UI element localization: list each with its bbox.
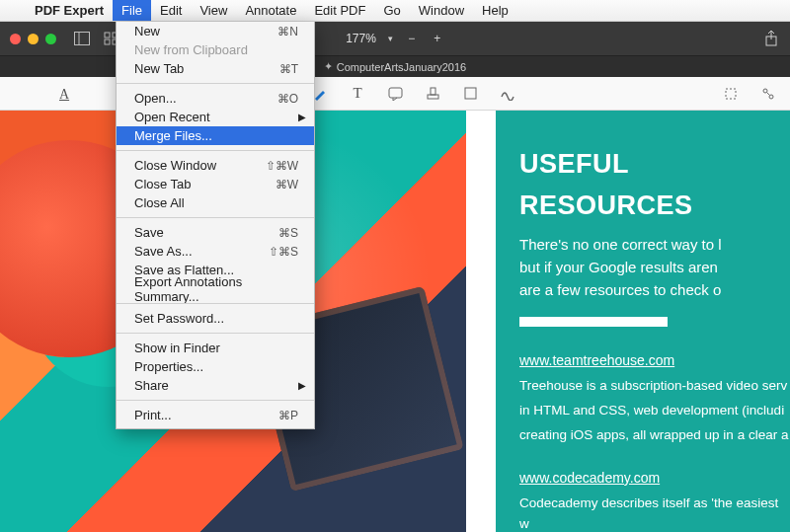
menu-item-close-window[interactable]: Close Window⇧⌘W bbox=[117, 156, 314, 175]
menu-item-shortcut: ⌘T bbox=[279, 62, 298, 76]
svg-rect-11 bbox=[428, 95, 438, 99]
doc-para-2a: Codecademy describes itself as 'the easi… bbox=[519, 494, 790, 532]
menu-item-open[interactable]: Open...⌘O bbox=[117, 89, 314, 108]
menu-help[interactable]: Help bbox=[473, 0, 517, 21]
menu-item-label: Open... bbox=[134, 91, 177, 106]
minimize-window-button[interactable] bbox=[28, 34, 39, 44]
menu-item-label: Save bbox=[134, 225, 164, 240]
menu-item-properties[interactable]: Properties... bbox=[117, 357, 314, 376]
menu-item-shortcut: ⌘W bbox=[276, 178, 298, 191]
menu-window[interactable]: Window bbox=[410, 0, 473, 21]
share-icon[interactable] bbox=[764, 31, 778, 46]
menu-item-label: Export Annotations Summary... bbox=[134, 274, 298, 304]
doc-para-1c: creating iOS apps, all wrapped up in a c… bbox=[519, 425, 790, 446]
svg-text:A: A bbox=[59, 87, 70, 101]
menu-item-new[interactable]: New⌘N bbox=[117, 22, 314, 40]
menu-item-label: Merge Files... bbox=[134, 128, 212, 143]
doc-link-2: www.codecademy.com bbox=[519, 468, 790, 490]
menu-item-save-as[interactable]: Save As...⇧⌘S bbox=[117, 242, 314, 261]
menu-edit[interactable]: Edit bbox=[151, 0, 191, 21]
svg-point-15 bbox=[763, 89, 767, 93]
menu-item-set-password[interactable]: Set Password... bbox=[117, 309, 314, 328]
svg-point-16 bbox=[769, 95, 773, 99]
menu-item-shortcut: ⇧⌘W bbox=[266, 159, 298, 173]
menu-item-label: New Tab bbox=[134, 61, 184, 76]
menu-item-label: Save As... bbox=[134, 244, 193, 259]
menu-item-shortcut: ⌘P bbox=[278, 409, 298, 422]
menu-file[interactable]: File bbox=[113, 0, 151, 21]
menu-item-label: Show in Finder bbox=[134, 341, 220, 355]
zoom-dropdown-icon[interactable]: ▾ bbox=[388, 34, 393, 43]
menu-item-share[interactable]: Share▶ bbox=[117, 376, 314, 395]
svg-rect-2 bbox=[105, 33, 110, 38]
menu-item-save[interactable]: Save⌘S bbox=[117, 223, 314, 242]
svg-rect-4 bbox=[105, 39, 110, 44]
menu-item-shortcut: ⌘N bbox=[277, 25, 298, 38]
menu-item-label: Close All bbox=[134, 195, 185, 210]
menu-item-label: Print... bbox=[134, 408, 172, 422]
signature-icon[interactable] bbox=[500, 86, 515, 102]
menu-view[interactable]: View bbox=[191, 0, 236, 21]
menu-item-label: Close Window bbox=[134, 158, 216, 173]
menu-item-label: Close Tab bbox=[134, 177, 192, 191]
favorite-icon[interactable]: ✦ bbox=[324, 60, 333, 73]
zoom-level[interactable]: 177% bbox=[346, 32, 376, 45]
menu-item-shortcut: ⌘O bbox=[277, 92, 298, 106]
menu-edit-pdf[interactable]: Edit PDF bbox=[305, 0, 374, 21]
page-right: USEFUL RESOURCES There's no one correct … bbox=[496, 111, 790, 532]
menu-item-merge-files[interactable]: Merge Files... bbox=[117, 126, 314, 145]
menu-separator bbox=[117, 333, 314, 334]
window-controls bbox=[0, 34, 56, 44]
zoom-in-button[interactable]: + bbox=[431, 32, 444, 45]
doc-lead-1: There's no one correct way to l bbox=[519, 233, 790, 256]
svg-rect-13 bbox=[465, 88, 476, 99]
svg-rect-12 bbox=[431, 88, 435, 95]
tab-title[interactable]: ComputerArtsJanuary2016 bbox=[337, 61, 466, 73]
menu-separator bbox=[117, 217, 314, 218]
app-menu[interactable]: PDF Expert bbox=[26, 0, 113, 21]
doc-lead-2: but if your Google results aren bbox=[519, 256, 790, 278]
menu-separator bbox=[117, 150, 314, 151]
menu-separator bbox=[117, 303, 314, 304]
menu-item-close-tab[interactable]: Close Tab⌘W bbox=[117, 175, 314, 193]
menu-item-show-in-finder[interactable]: Show in Finder bbox=[117, 339, 314, 357]
menu-item-shortcut: ⌘S bbox=[278, 226, 298, 240]
menu-item-label: Properties... bbox=[134, 359, 203, 374]
menu-annotate[interactable]: Annotate bbox=[236, 0, 305, 21]
doc-lead-3: are a few resources to check o bbox=[519, 278, 790, 301]
close-window-button[interactable] bbox=[10, 34, 21, 44]
zoom-window-button[interactable] bbox=[45, 34, 56, 44]
text-tool-icon[interactable]: T bbox=[350, 86, 365, 102]
menu-separator bbox=[117, 400, 314, 401]
svg-rect-14 bbox=[726, 89, 736, 99]
menu-item-shortcut: ⇧⌘S bbox=[269, 245, 298, 259]
doc-link-1: www.teamtreehouse.com bbox=[519, 350, 790, 372]
doc-para-1b: in HTML and CSS, web development (includ… bbox=[519, 401, 790, 421]
text-style-icon[interactable]: A bbox=[59, 86, 75, 102]
sidebar-toggle-icon[interactable] bbox=[74, 32, 90, 45]
menu-go[interactable]: Go bbox=[374, 0, 409, 21]
svg-rect-10 bbox=[389, 88, 402, 98]
menu-item-new-from-clipboard: New from Clipboard bbox=[117, 40, 314, 59]
tool-icon[interactable] bbox=[760, 86, 776, 102]
file-menu-dropdown: New⌘NNew from ClipboardNew Tab⌘TOpen...⌘… bbox=[116, 22, 315, 429]
submenu-arrow-icon: ▶ bbox=[298, 380, 306, 391]
menu-item-label: Open Recent bbox=[134, 110, 210, 124]
crop-icon[interactable] bbox=[723, 86, 739, 102]
menu-item-new-tab[interactable]: New Tab⌘T bbox=[117, 59, 314, 78]
menu-item-label: New from Clipboard bbox=[134, 42, 248, 57]
menu-item-export-annotations-summary[interactable]: Export Annotations Summary... bbox=[117, 279, 314, 298]
menu-separator bbox=[117, 83, 314, 84]
menu-item-label: New bbox=[134, 24, 160, 38]
menu-item-print[interactable]: Print...⌘P bbox=[117, 406, 314, 424]
divider bbox=[519, 317, 668, 327]
page-gap bbox=[466, 111, 496, 532]
note-icon[interactable] bbox=[387, 86, 403, 102]
menu-item-close-all[interactable]: Close All bbox=[117, 193, 314, 212]
submenu-arrow-icon: ▶ bbox=[298, 112, 306, 122]
zoom-out-button[interactable]: − bbox=[405, 32, 419, 45]
doc-heading: USEFUL RESOURCES bbox=[519, 144, 790, 227]
menu-item-open-recent[interactable]: Open Recent▶ bbox=[117, 108, 314, 126]
shape-icon[interactable] bbox=[462, 86, 478, 102]
stamp-icon[interactable] bbox=[425, 86, 440, 102]
